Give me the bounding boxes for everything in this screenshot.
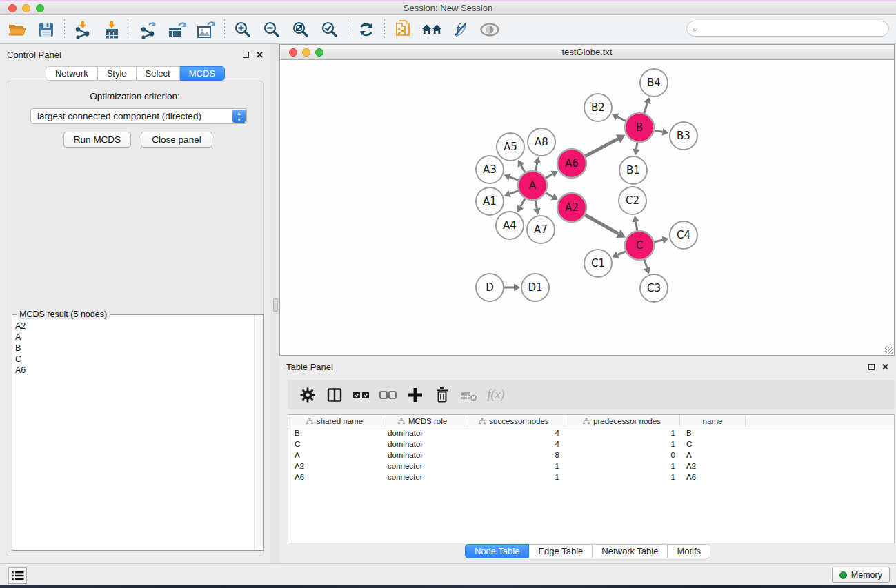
open-session-icon[interactable] (7, 19, 28, 40)
cell-name[interactable]: A (680, 449, 746, 460)
edge-A-A6[interactable] (545, 174, 552, 179)
result-scrollbar[interactable] (254, 315, 263, 550)
memory-button[interactable]: Memory (832, 567, 890, 583)
column-header-predecessor-nodes[interactable]: predecessor nodes (564, 415, 680, 427)
tab-edge-table[interactable]: Edge Table (529, 544, 593, 558)
edge-B-B1[interactable] (636, 142, 637, 150)
tab-mcds[interactable]: MCDS (180, 66, 225, 81)
table-row[interactable]: A6connector11A6 (288, 472, 894, 483)
cell-shared-name[interactable]: B (288, 427, 381, 438)
close-panel-icon[interactable]: ✕ (256, 52, 263, 58)
column-header-mcds-role[interactable]: MCDS role (381, 415, 464, 427)
edge-B-B2[interactable] (617, 116, 626, 121)
result-list-item[interactable]: A (15, 332, 254, 343)
float-table-panel-icon[interactable] (868, 364, 875, 370)
import-table-from-file-icon[interactable] (101, 19, 122, 40)
show-columns-icon[interactable] (326, 386, 344, 404)
cell-successor-nodes[interactable]: 8 (464, 449, 564, 460)
tab-node-table[interactable]: Node Table (465, 544, 530, 558)
export-image-icon[interactable] (196, 19, 217, 40)
cell-shared-name[interactable]: A6 (288, 472, 381, 483)
cell-predecessor-nodes[interactable]: 1 (564, 438, 680, 449)
zoom-selected-region-icon[interactable] (319, 19, 340, 40)
select-all-checks-icon[interactable] (352, 386, 370, 404)
cell-predecessor-nodes[interactable]: 1 (564, 460, 680, 472)
show-graphics-details-icon[interactable] (479, 19, 500, 40)
column-settings-icon[interactable] (299, 386, 317, 404)
tab-motifs[interactable]: Motifs (668, 544, 710, 558)
edge-A6-B[interactable] (585, 139, 619, 156)
optimization-criterion-select[interactable]: largest connected component (directed) ▲… (30, 108, 247, 124)
cell-name[interactable]: A2 (680, 460, 746, 472)
cell-successor-nodes[interactable]: 1 (464, 472, 564, 483)
network-window-titlebar[interactable]: testGlobe.txt (280, 45, 894, 60)
apply-preferred-layout-icon[interactable] (356, 19, 377, 40)
cell-predecessor-nodes[interactable]: 0 (564, 449, 680, 460)
deselect-all-checks-icon[interactable] (379, 386, 397, 404)
export-network-icon[interactable] (138, 19, 159, 40)
tab-style[interactable]: Style (98, 66, 137, 81)
tab-select[interactable]: Select (137, 66, 180, 81)
column-header-successor-nodes[interactable]: successor nodes (464, 415, 564, 427)
network-canvas[interactable]: B4B2BB3A8A5A6A3B1AC2A1A2A4A7C4CC1C3DD1 (280, 60, 894, 355)
float-panel-icon[interactable] (243, 52, 249, 58)
import-network-from-file-icon[interactable] (72, 19, 93, 40)
edge-A-A8[interactable] (535, 163, 537, 171)
edge-C-C2[interactable] (636, 222, 637, 232)
column-header-name[interactable]: name (680, 415, 746, 427)
cell-successor-nodes[interactable]: 1 (464, 460, 564, 472)
export-table-icon[interactable] (167, 19, 188, 40)
cell-mcds-role[interactable]: dominator (381, 427, 464, 438)
vertical-splitter-handle[interactable] (273, 298, 278, 312)
zoom-out-icon[interactable] (261, 19, 282, 40)
tab-network[interactable]: Network (46, 66, 98, 81)
edge-B-B4[interactable] (644, 103, 647, 114)
search-input[interactable] (686, 21, 889, 37)
cell-mcds-role[interactable]: dominator (381, 438, 464, 449)
result-list-item[interactable]: A2 (15, 321, 254, 332)
edge-A-A2[interactable] (545, 192, 552, 196)
cell-predecessor-nodes[interactable]: 1 (564, 472, 680, 483)
mcds-result-list[interactable]: A2ABCA6 (12, 318, 254, 550)
resize-grip[interactable] (885, 346, 893, 354)
edge-A2-C[interactable] (584, 214, 618, 234)
cell-name[interactable]: B (680, 427, 746, 438)
cell-shared-name[interactable]: A2 (288, 460, 381, 472)
edge-A-A1[interactable] (510, 190, 519, 194)
add-column-icon[interactable] (406, 386, 424, 404)
cell-shared-name[interactable]: C (288, 438, 381, 449)
edge-A-A7[interactable] (535, 200, 537, 209)
cell-name[interactable]: C (680, 438, 746, 449)
delete-column-icon[interactable] (433, 386, 451, 404)
cell-successor-nodes[interactable]: 4 (464, 427, 564, 438)
table-row[interactable]: Bdominator41B (288, 427, 894, 438)
result-list-item[interactable]: C (15, 354, 254, 365)
result-list-item[interactable]: B (15, 343, 254, 354)
tab-network-table[interactable]: Network Table (593, 544, 668, 558)
close-table-panel-icon[interactable]: ✕ (882, 364, 889, 370)
edge-C-C3[interactable] (644, 259, 647, 268)
save-session-icon[interactable] (36, 19, 57, 40)
zoom-fit-content-icon[interactable] (290, 19, 311, 40)
cell-mcds-role[interactable]: dominator (381, 449, 464, 460)
edge-C-C1[interactable] (617, 251, 626, 254)
cell-mcds-role[interactable]: connector (381, 460, 464, 472)
edge-A-A3[interactable] (510, 177, 519, 181)
node-table[interactable]: shared nameMCDS rolesuccessor nodesprede… (288, 414, 895, 543)
edge-A-A5[interactable] (521, 165, 525, 173)
result-list-item[interactable]: A6 (15, 365, 254, 376)
table-row[interactable]: Adominator80A (288, 449, 894, 460)
new-network-from-selection-icon[interactable] (392, 19, 413, 40)
table-row[interactable]: A2connector11A2 (288, 460, 894, 472)
close-panel-button[interactable]: Close panel (141, 132, 212, 148)
zoom-in-icon[interactable] (232, 19, 253, 40)
first-neighbors-icon[interactable] (421, 19, 442, 40)
hide-formula-icon[interactable]: f (450, 19, 471, 40)
edge-A-A4[interactable] (520, 198, 525, 207)
cell-mcds-role[interactable]: connector (381, 472, 464, 483)
edge-C-C4[interactable] (653, 240, 662, 242)
run-mcds-button[interactable]: Run MCDS (63, 132, 131, 148)
edge-B-B3[interactable] (654, 130, 663, 132)
table-row[interactable]: Cdominator41C (288, 438, 894, 449)
network-graph[interactable]: B4B2BB3A8A5A6A3B1AC2A1A2A4A7C4CC1C3DD1 (280, 60, 894, 355)
